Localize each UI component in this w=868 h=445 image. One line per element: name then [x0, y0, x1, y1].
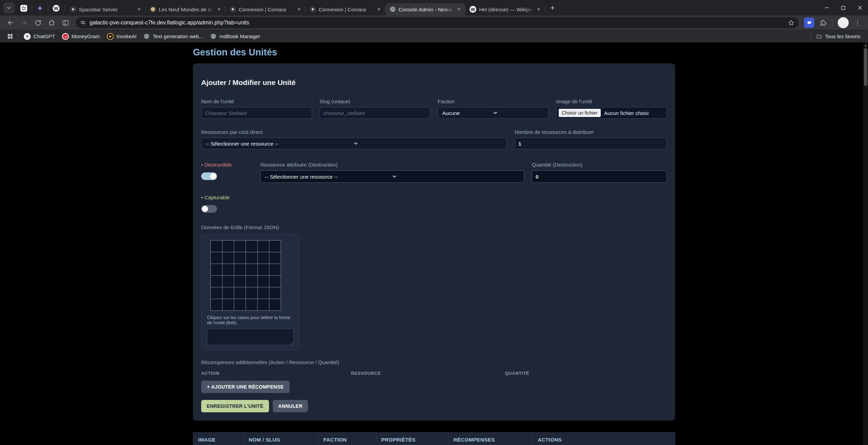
reading-list-button[interactable] [60, 17, 71, 29]
tab-console-admin-active[interactable]: Console Admin - Nexus × [385, 3, 465, 15]
destructible-toggle[interactable] [201, 172, 217, 180]
tab-close-icon[interactable]: × [375, 6, 383, 13]
url-text[interactable]: galactic-pve-conquest-c7fe.dev.flatlogic… [90, 20, 788, 26]
grid-cell[interactable] [258, 252, 269, 264]
grid-cell[interactable] [258, 287, 269, 299]
bookmark-invokeai[interactable]: InvokeAI [103, 32, 140, 41]
grid-cell[interactable] [234, 264, 246, 276]
scroll-up-icon[interactable]: ▲ [863, 42, 868, 47]
chevron-down-icon [354, 141, 502, 146]
grid-cell[interactable] [234, 252, 246, 264]
tab-close-icon[interactable]: × [215, 6, 223, 13]
cost-amount-input[interactable] [515, 138, 667, 149]
bookmark-moneygram[interactable]: MoneyGram [59, 32, 104, 41]
file-status-text: Aucun fichier choisi [604, 110, 649, 116]
bookmark-text-generation[interactable]: Text generation web... [140, 32, 207, 41]
maximize-button[interactable] [835, 0, 851, 15]
save-unit-button[interactable]: ENREGISTRER L'UNITÉ [201, 400, 269, 412]
grid-cell[interactable] [211, 276, 223, 287]
new-tab-button[interactable]: + [547, 3, 558, 13]
all-bookmarks-button[interactable]: Tous les favoris [813, 32, 864, 41]
grid-cell[interactable] [223, 276, 234, 287]
grid-cell[interactable] [223, 299, 234, 311]
tab-close-icon[interactable]: × [535, 6, 542, 13]
reload-button[interactable] [32, 17, 44, 29]
browser-menu-button[interactable]: ⋮ [852, 17, 864, 29]
grid-cell[interactable] [234, 287, 246, 299]
grid-cell[interactable] [211, 252, 223, 264]
back-button[interactable] [4, 17, 16, 29]
destruction-qty-input[interactable] [532, 170, 667, 183]
tab-hel-wikipedia[interactable]: W Hel (déesse) — Wikipédia × [465, 3, 545, 15]
page-scrollbar[interactable]: ▲ [863, 42, 868, 445]
destruction-resource-select[interactable]: -- Sélectionner une ressource -- [260, 170, 524, 183]
close-window-button[interactable] [851, 0, 868, 15]
grid-cell[interactable] [223, 252, 234, 264]
grid-cell[interactable] [269, 276, 281, 287]
capturable-toggle[interactable] [201, 205, 217, 213]
grid-cell[interactable] [246, 252, 258, 264]
apps-grid-icon[interactable] [5, 32, 15, 41]
toggle-knob [202, 206, 208, 212]
tab-spacebar-server[interactable]: Spacebar Server × [66, 3, 146, 15]
grid-cell[interactable] [246, 287, 258, 299]
bookmark-mdbook[interactable]: mdBook Manager [207, 32, 264, 41]
grid-cell[interactable] [269, 299, 281, 311]
grid-cell[interactable] [269, 252, 281, 264]
grid-cell[interactable] [258, 264, 269, 276]
pinned-tab-gemini[interactable] [34, 2, 46, 14]
grid-cell[interactable] [258, 276, 269, 287]
grid-cell[interactable] [234, 241, 246, 252]
home-button[interactable] [46, 17, 58, 29]
forward-button[interactable] [18, 17, 30, 29]
grid-cell[interactable] [258, 241, 269, 252]
profile-avatar[interactable] [838, 17, 849, 28]
grid-cell[interactable] [269, 264, 281, 276]
grid-cell[interactable] [246, 241, 258, 252]
grid-cell[interactable] [246, 299, 258, 311]
grid-cell[interactable] [258, 299, 269, 311]
grid-cell[interactable] [211, 241, 223, 252]
bookmark-chatgpt[interactable]: ChatGPT [20, 32, 59, 41]
image-file-input[interactable]: Choisir un fichier Aucun fichier choisi [556, 107, 667, 119]
choose-file-button[interactable]: Choisir un fichier [559, 109, 601, 117]
add-reward-button[interactable]: + AJOUTER UNE RÉCOMPENSE [201, 381, 290, 393]
bookmark-star-icon[interactable] [788, 19, 795, 26]
grid-cell[interactable] [223, 241, 234, 252]
unit-name-input[interactable] [201, 107, 312, 119]
grid-cell[interactable] [246, 276, 258, 287]
scrollbar-thumb[interactable] [864, 48, 867, 86]
cost-resource-select[interactable]: -- Sélectionner une ressource -- [201, 138, 507, 149]
faction-select[interactable]: Aucune [438, 107, 549, 119]
tab-close-icon[interactable]: × [135, 6, 143, 13]
grid-cell[interactable] [269, 287, 281, 299]
address-bar[interactable]: galactic-pve-conquest-c7fe.dev.flatlogic… [76, 17, 799, 28]
grid-cell[interactable] [211, 299, 223, 311]
unit-image-label: Image de l'unité [556, 98, 667, 104]
grid-cell[interactable] [246, 264, 258, 276]
tab-connexion-corvara-2[interactable]: Connexion | Corvara × [306, 3, 385, 15]
pinned-extension-icon[interactable] [804, 18, 814, 28]
pinned-tab-wordpress[interactable]: W [50, 2, 62, 14]
tab-close-icon[interactable]: × [295, 6, 303, 13]
grid-cell[interactable] [234, 276, 246, 287]
grid-cell[interactable] [269, 241, 281, 252]
tab-search-button[interactable] [3, 2, 14, 13]
tab-close-icon[interactable]: × [455, 6, 463, 13]
grid-cell[interactable] [211, 287, 223, 299]
tab-connexion-corvara-1[interactable]: Connexion | Corvara × [226, 3, 306, 15]
col-actions: ACTIONS [533, 433, 675, 445]
tab-les-neuf-mondes[interactable]: Les Neuf Mondes de la Mytholo × [146, 3, 226, 15]
minimize-button[interactable] [818, 0, 835, 15]
bullet-dot: • [201, 194, 203, 200]
cancel-button[interactable]: ANNULER [273, 400, 308, 412]
slug-input[interactable] [320, 107, 431, 119]
field-faction: Faction Aucune [438, 98, 549, 119]
grid-cell[interactable] [234, 299, 246, 311]
pinned-tab-chatgpt[interactable] [18, 2, 30, 14]
grid-cell[interactable] [211, 264, 223, 276]
grid-cell[interactable] [223, 287, 234, 299]
grid-cell[interactable] [223, 264, 234, 276]
grid-json-textarea[interactable] [207, 329, 294, 345]
extensions-puzzle-button[interactable] [817, 17, 829, 29]
